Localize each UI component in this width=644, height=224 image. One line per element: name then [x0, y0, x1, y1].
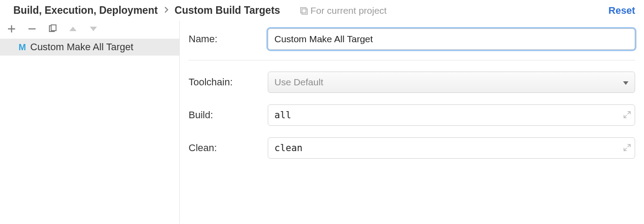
make-target-icon: M: [18, 42, 27, 52]
clean-input[interactable]: [268, 137, 635, 159]
expand-icon[interactable]: [624, 110, 631, 120]
scope-indicator: For current project: [300, 5, 387, 16]
scope-icon: [300, 7, 308, 15]
name-label: Name:: [189, 33, 268, 45]
add-button[interactable]: [6, 24, 17, 34]
build-input[interactable]: [268, 104, 635, 126]
build-label: Build:: [189, 109, 268, 121]
sidebar-toolbar: [0, 21, 179, 39]
svg-marker-6: [623, 81, 628, 85]
svg-rect-1: [302, 9, 307, 14]
expand-icon[interactable]: [624, 143, 631, 153]
move-down-button[interactable]: [88, 24, 99, 34]
breadcrumb: Build, Execution, Deployment Custom Buil…: [13, 4, 280, 16]
settings-header: Build, Execution, Deployment Custom Buil…: [0, 0, 644, 21]
toolchain-label: Toolchain:: [189, 76, 268, 88]
toolchain-select[interactable]: Use Default: [268, 72, 635, 93]
name-row: Name:: [189, 27, 635, 51]
svg-marker-4: [69, 27, 76, 31]
build-row: Build:: [189, 103, 635, 127]
targets-list: M Custom Make All Target: [0, 39, 179, 224]
list-item[interactable]: M Custom Make All Target: [0, 39, 179, 56]
toolchain-row: Toolchain: Use Default: [189, 70, 635, 94]
svg-rect-0: [301, 8, 306, 13]
target-details: Name: Toolchain: Use Default Build:: [180, 21, 644, 224]
name-input[interactable]: [268, 28, 635, 50]
chevron-right-icon: [164, 5, 169, 16]
section-divider: [189, 60, 635, 60]
toolchain-value: Use Default: [274, 77, 323, 88]
remove-button[interactable]: [27, 24, 37, 34]
reset-button[interactable]: Reset: [608, 5, 635, 16]
scope-label: For current project: [310, 5, 387, 16]
main-panel: M Custom Make All Target Name: Toolchain…: [0, 21, 644, 224]
svg-rect-3: [51, 25, 56, 31]
svg-marker-5: [90, 27, 97, 31]
move-up-button[interactable]: [68, 24, 78, 34]
chevron-down-icon: [623, 77, 629, 88]
clean-row: Clean:: [189, 136, 635, 160]
copy-button[interactable]: [47, 24, 58, 34]
breadcrumb-parent[interactable]: Build, Execution, Deployment: [13, 4, 158, 16]
targets-sidebar: M Custom Make All Target: [0, 21, 180, 224]
list-item-label: Custom Make All Target: [30, 41, 133, 53]
breadcrumb-current: Custom Build Targets: [175, 4, 280, 16]
clean-label: Clean:: [189, 142, 268, 154]
